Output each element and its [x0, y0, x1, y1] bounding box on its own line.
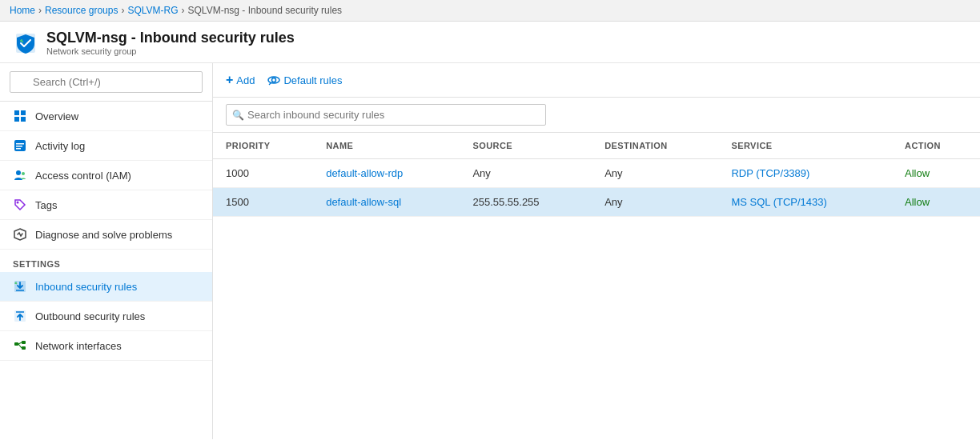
iam-icon	[13, 168, 27, 182]
svg-rect-6	[16, 143, 24, 145]
svg-rect-18	[22, 346, 26, 350]
svg-rect-16	[14, 342, 18, 346]
col-priority: PRIORITY	[213, 133, 313, 159]
sidebar-item-activity-log[interactable]: Activity log	[0, 131, 212, 161]
sidebar-search-input[interactable]	[10, 71, 203, 93]
default-rules-label: Default rules	[283, 74, 342, 86]
svg-rect-17	[22, 341, 26, 344]
svg-point-22	[272, 78, 276, 82]
sidebar: 🔍 Overview	[0, 63, 213, 439]
sidebar-item-network-interfaces[interactable]: Network interfaces	[0, 331, 212, 361]
col-destination: DESTINATION	[592, 133, 718, 159]
breadcrumb-home[interactable]: Home	[10, 5, 35, 16]
svg-point-10	[22, 172, 25, 175]
tags-icon	[13, 198, 27, 212]
cell-action: Allow	[892, 159, 980, 188]
svg-rect-3	[14, 117, 19, 122]
cell-destination: Any	[592, 188, 718, 217]
sidebar-item-outbound-rules-label: Outbound security rules	[35, 310, 145, 322]
cell-priority: 1500	[213, 188, 313, 217]
rules-table: PRIORITY NAME SOURCE DESTINATION SERVICE…	[213, 133, 980, 217]
svg-rect-2	[21, 110, 26, 115]
svg-line-19	[18, 342, 22, 344]
eye-icon	[267, 74, 280, 87]
col-source: SOURCE	[460, 133, 592, 159]
activity-log-icon	[13, 138, 27, 153]
sidebar-item-inbound-rules[interactable]: Inbound security rules	[0, 272, 212, 302]
cell-source: 255.55.55.255	[460, 188, 592, 217]
cell-service[interactable]: RDP (TCP/3389)	[718, 159, 892, 188]
page-title: SQLVM-nsg - Inbound security rules	[46, 30, 295, 46]
table-row[interactable]: 1500default-allow-sql255.55.55.255AnyMS …	[213, 188, 980, 217]
sidebar-item-iam-label: Access control (IAM)	[35, 170, 131, 182]
col-action: ACTION	[892, 133, 980, 159]
sidebar-search-container: 🔍	[0, 63, 212, 102]
breadcrumb-resource-groups[interactable]: Resource groups	[45, 5, 118, 16]
svg-rect-7	[16, 146, 22, 147]
table-row[interactable]: 1000default-allow-rdpAnyAnyRDP (TCP/3389…	[213, 159, 980, 188]
svg-rect-4	[21, 117, 26, 122]
overview-icon	[13, 109, 27, 123]
page-subtitle: Network security group	[46, 46, 295, 56]
diagnose-icon	[13, 227, 27, 242]
cell-name[interactable]: default-allow-sql	[313, 188, 460, 217]
svg-rect-8	[16, 148, 21, 150]
rules-search-icon: 🔍	[232, 110, 244, 121]
sidebar-item-tags[interactable]: Tags	[0, 190, 212, 220]
breadcrumb: Home › Resource groups › SQLVM-RG › SQLV…	[0, 0, 980, 22]
col-name: NAME	[313, 133, 460, 159]
sidebar-item-overview-label: Overview	[35, 110, 78, 122]
svg-line-20	[18, 344, 22, 348]
add-icon: +	[226, 73, 233, 87]
main-content: + Add Default rules 🔍	[213, 63, 980, 439]
col-service: SERVICE	[718, 133, 892, 159]
breadcrumb-sqlvm-rg[interactable]: SQLVM-RG	[127, 5, 178, 16]
cell-service[interactable]: MS SQL (TCP/1433)	[718, 188, 892, 217]
sidebar-item-inbound-rules-label: Inbound security rules	[35, 281, 137, 293]
sidebar-item-diagnose-label: Diagnose and solve problems	[35, 229, 172, 241]
page-header: SQLVM-nsg - Inbound security rules Netwo…	[0, 22, 980, 63]
sidebar-item-tags-label: Tags	[35, 199, 57, 211]
settings-section-label: SETTINGS	[0, 250, 212, 272]
cell-action: Allow	[892, 188, 980, 217]
add-button[interactable]: + Add	[226, 73, 255, 87]
breadcrumb-current: SQLVM-nsg - Inbound security rules	[188, 5, 343, 16]
table-header-row: PRIORITY NAME SOURCE DESTINATION SERVICE…	[213, 133, 980, 159]
outbound-rules-icon	[13, 309, 27, 323]
rules-search-bar: 🔍	[213, 98, 980, 133]
network-interfaces-icon	[13, 338, 27, 353]
toolbar: + Add Default rules	[213, 63, 980, 98]
cell-name[interactable]: default-allow-rdp	[313, 159, 460, 188]
sidebar-item-outbound-rules[interactable]: Outbound security rules	[0, 302, 212, 331]
sidebar-item-network-interfaces-label: Network interfaces	[35, 340, 122, 352]
page-header-text: SQLVM-nsg - Inbound security rules Netwo…	[46, 30, 295, 56]
cell-destination: Any	[592, 159, 718, 188]
sidebar-item-diagnose[interactable]: Diagnose and solve problems	[0, 220, 212, 250]
default-rules-button[interactable]: Default rules	[267, 74, 342, 87]
sidebar-item-activity-log-label: Activity log	[35, 140, 85, 152]
add-button-label: Add	[236, 74, 255, 86]
sidebar-item-overview[interactable]: Overview	[0, 102, 212, 131]
svg-point-9	[16, 170, 21, 175]
svg-rect-1	[14, 110, 19, 115]
nsg-icon	[13, 30, 38, 56]
svg-point-11	[17, 202, 19, 204]
cell-source: Any	[460, 159, 592, 188]
cell-priority: 1000	[213, 159, 313, 188]
inbound-rules-icon	[13, 279, 27, 294]
rules-search-input[interactable]	[226, 104, 546, 126]
sidebar-item-iam[interactable]: Access control (IAM)	[0, 161, 212, 190]
